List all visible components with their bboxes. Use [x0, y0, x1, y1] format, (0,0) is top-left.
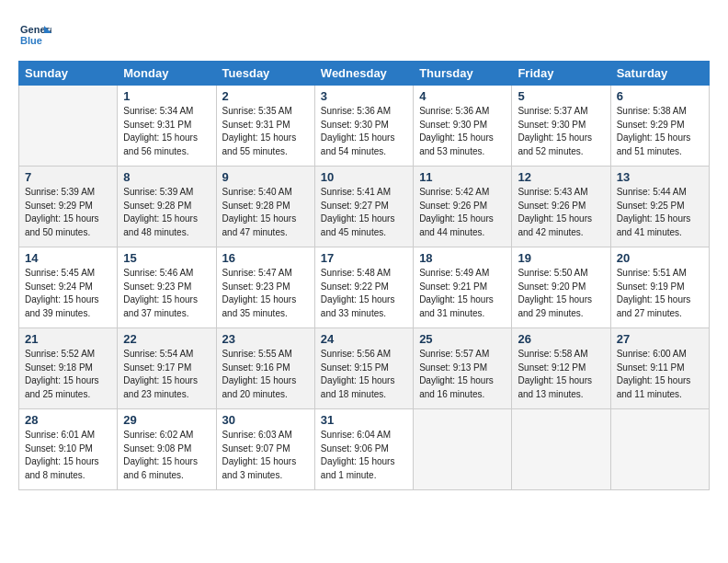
calendar-cell: 3Sunrise: 5:36 AM Sunset: 9:30 PM Daylig… [314, 86, 413, 167]
calendar-cell: 10Sunrise: 5:41 AM Sunset: 9:27 PM Dayli… [314, 167, 413, 247]
cell-info: Sunrise: 5:44 AM Sunset: 9:25 PM Dayligh… [617, 186, 703, 239]
calendar-cell [414, 409, 512, 490]
weekday-header: Wednesday [314, 62, 413, 86]
day-number: 12 [518, 170, 604, 184]
day-number: 11 [419, 170, 506, 184]
calendar-cell: 5Sunrise: 5:37 AM Sunset: 9:30 PM Daylig… [512, 86, 610, 167]
day-number: 1 [123, 89, 210, 103]
day-number: 28 [25, 413, 111, 427]
cell-info: Sunrise: 5:52 AM Sunset: 9:18 PM Dayligh… [25, 348, 111, 401]
day-number: 19 [518, 251, 604, 265]
calendar-cell: 30Sunrise: 6:03 AM Sunset: 9:07 PM Dayli… [216, 409, 314, 490]
weekday-header: Tuesday [216, 62, 314, 86]
weekday-header: Sunday [19, 62, 118, 86]
day-number: 17 [321, 251, 407, 265]
calendar-cell: 8Sunrise: 5:39 AM Sunset: 9:28 PM Daylig… [118, 167, 216, 247]
cell-info: Sunrise: 5:47 AM Sunset: 9:23 PM Dayligh… [222, 267, 309, 320]
calendar-cell [610, 409, 709, 490]
day-number: 27 [617, 332, 703, 346]
day-number: 29 [123, 413, 210, 427]
calendar-cell: 16Sunrise: 5:47 AM Sunset: 9:23 PM Dayli… [216, 247, 314, 328]
calendar-cell: 28Sunrise: 6:01 AM Sunset: 9:10 PM Dayli… [19, 409, 118, 490]
calendar-cell: 13Sunrise: 5:44 AM Sunset: 9:25 PM Dayli… [610, 167, 709, 247]
day-number: 21 [25, 332, 111, 346]
cell-info: Sunrise: 5:39 AM Sunset: 9:29 PM Dayligh… [25, 186, 111, 239]
day-number: 15 [123, 251, 210, 265]
cell-info: Sunrise: 5:54 AM Sunset: 9:17 PM Dayligh… [123, 348, 210, 401]
day-number: 13 [617, 170, 703, 184]
weekday-header: Monday [118, 62, 216, 86]
calendar-cell: 26Sunrise: 5:58 AM Sunset: 9:12 PM Dayli… [512, 328, 610, 409]
cell-info: Sunrise: 5:46 AM Sunset: 9:23 PM Dayligh… [123, 267, 210, 320]
day-number: 25 [419, 332, 506, 346]
calendar-week-row: 7Sunrise: 5:39 AM Sunset: 9:29 PM Daylig… [19, 167, 710, 247]
cell-info: Sunrise: 6:00 AM Sunset: 9:11 PM Dayligh… [617, 348, 703, 401]
cell-info: Sunrise: 5:40 AM Sunset: 9:28 PM Dayligh… [222, 186, 309, 239]
calendar-table: SundayMondayTuesdayWednesdayThursdayFrid… [18, 61, 710, 490]
day-number: 3 [321, 89, 407, 103]
calendar-cell: 9Sunrise: 5:40 AM Sunset: 9:28 PM Daylig… [216, 167, 314, 247]
calendar-cell: 7Sunrise: 5:39 AM Sunset: 9:29 PM Daylig… [19, 167, 118, 247]
cell-info: Sunrise: 5:45 AM Sunset: 9:24 PM Dayligh… [25, 267, 111, 320]
day-number: 20 [617, 251, 703, 265]
day-number: 16 [222, 251, 309, 265]
day-number: 4 [419, 89, 506, 103]
calendar-cell: 25Sunrise: 5:57 AM Sunset: 9:13 PM Dayli… [414, 328, 512, 409]
cell-info: Sunrise: 5:36 AM Sunset: 9:30 PM Dayligh… [321, 105, 407, 158]
day-number: 30 [222, 413, 309, 427]
day-number: 9 [222, 170, 309, 184]
cell-info: Sunrise: 5:37 AM Sunset: 9:30 PM Dayligh… [518, 105, 604, 158]
calendar-cell: 24Sunrise: 5:56 AM Sunset: 9:15 PM Dayli… [314, 328, 413, 409]
calendar-cell: 2Sunrise: 5:35 AM Sunset: 9:31 PM Daylig… [216, 86, 314, 167]
cell-info: Sunrise: 6:02 AM Sunset: 9:08 PM Dayligh… [123, 429, 210, 482]
cell-info: Sunrise: 5:42 AM Sunset: 9:26 PM Dayligh… [419, 186, 506, 239]
calendar-cell: 12Sunrise: 5:43 AM Sunset: 9:26 PM Dayli… [512, 167, 610, 247]
day-number: 8 [123, 170, 210, 184]
calendar-cell: 27Sunrise: 6:00 AM Sunset: 9:11 PM Dayli… [610, 328, 709, 409]
calendar-cell: 18Sunrise: 5:49 AM Sunset: 9:21 PM Dayli… [414, 247, 512, 328]
cell-info: Sunrise: 5:43 AM Sunset: 9:26 PM Dayligh… [518, 186, 604, 239]
calendar-cell: 21Sunrise: 5:52 AM Sunset: 9:18 PM Dayli… [19, 328, 118, 409]
calendar-cell [19, 86, 118, 167]
day-number: 22 [123, 332, 210, 346]
day-number: 14 [25, 251, 111, 265]
calendar-cell: 22Sunrise: 5:54 AM Sunset: 9:17 PM Dayli… [118, 328, 216, 409]
calendar-cell: 19Sunrise: 5:50 AM Sunset: 9:20 PM Dayli… [512, 247, 610, 328]
cell-info: Sunrise: 5:35 AM Sunset: 9:31 PM Dayligh… [222, 105, 309, 158]
cell-info: Sunrise: 6:04 AM Sunset: 9:06 PM Dayligh… [321, 429, 407, 482]
day-number: 6 [617, 89, 703, 103]
calendar-cell: 14Sunrise: 5:45 AM Sunset: 9:24 PM Dayli… [19, 247, 118, 328]
calendar-week-row: 28Sunrise: 6:01 AM Sunset: 9:10 PM Dayli… [19, 409, 710, 490]
svg-text:Blue: Blue [20, 35, 42, 46]
day-number: 31 [321, 413, 407, 427]
calendar-cell: 20Sunrise: 5:51 AM Sunset: 9:19 PM Dayli… [610, 247, 709, 328]
cell-info: Sunrise: 5:38 AM Sunset: 9:29 PM Dayligh… [617, 105, 703, 158]
cell-info: Sunrise: 5:34 AM Sunset: 9:31 PM Dayligh… [123, 105, 210, 158]
cell-info: Sunrise: 5:55 AM Sunset: 9:16 PM Dayligh… [222, 348, 309, 401]
day-number: 24 [321, 332, 407, 346]
calendar-cell: 4Sunrise: 5:36 AM Sunset: 9:30 PM Daylig… [414, 86, 512, 167]
weekday-header: Friday [512, 62, 610, 86]
calendar-cell: 29Sunrise: 6:02 AM Sunset: 9:08 PM Dayli… [118, 409, 216, 490]
cell-info: Sunrise: 6:03 AM Sunset: 9:07 PM Dayligh… [222, 429, 309, 482]
day-number: 26 [518, 332, 604, 346]
day-number: 23 [222, 332, 309, 346]
cell-info: Sunrise: 5:36 AM Sunset: 9:30 PM Dayligh… [419, 105, 506, 158]
day-number: 7 [25, 170, 111, 184]
cell-info: Sunrise: 5:50 AM Sunset: 9:20 PM Dayligh… [518, 267, 604, 320]
calendar-cell [512, 409, 610, 490]
weekday-header-row: SundayMondayTuesdayWednesdayThursdayFrid… [19, 62, 710, 86]
day-number: 5 [518, 89, 604, 103]
cell-info: Sunrise: 5:49 AM Sunset: 9:21 PM Dayligh… [419, 267, 506, 320]
weekday-header: Thursday [414, 62, 512, 86]
day-number: 10 [321, 170, 407, 184]
calendar-week-row: 21Sunrise: 5:52 AM Sunset: 9:18 PM Dayli… [19, 328, 710, 409]
cell-info: Sunrise: 5:58 AM Sunset: 9:12 PM Dayligh… [518, 348, 604, 401]
cell-info: Sunrise: 5:57 AM Sunset: 9:13 PM Dayligh… [419, 348, 506, 401]
calendar-cell: 23Sunrise: 5:55 AM Sunset: 9:16 PM Dayli… [216, 328, 314, 409]
calendar-cell: 11Sunrise: 5:42 AM Sunset: 9:26 PM Dayli… [414, 167, 512, 247]
logo: General Blue [18, 18, 51, 52]
cell-info: Sunrise: 5:39 AM Sunset: 9:28 PM Dayligh… [123, 186, 210, 239]
cell-info: Sunrise: 5:41 AM Sunset: 9:27 PM Dayligh… [321, 186, 407, 239]
page-header: General Blue [18, 18, 710, 52]
